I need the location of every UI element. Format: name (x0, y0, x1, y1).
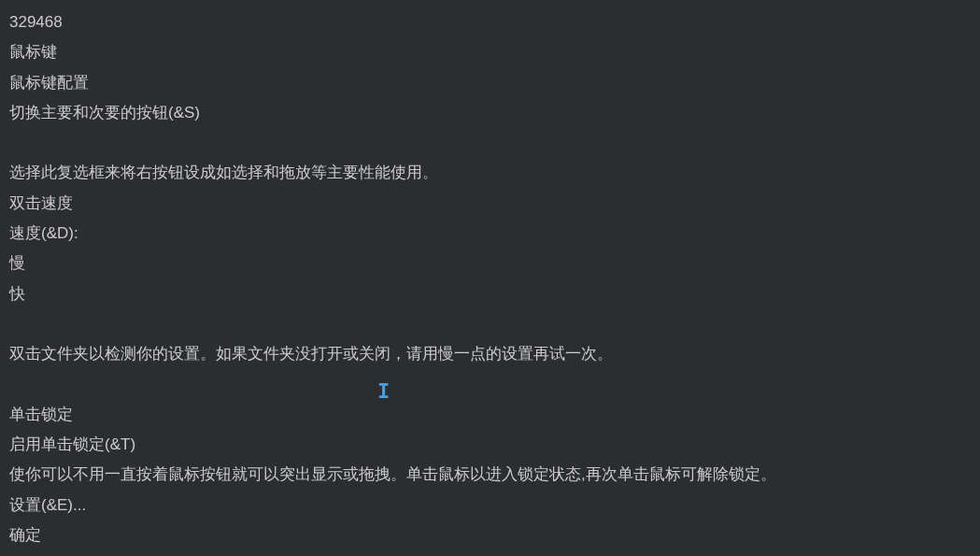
speed-label: 速度(&D): (9, 219, 971, 249)
title-number: 329468 (9, 7, 971, 37)
speed-fast-label: 快 (9, 279, 971, 309)
ok-button[interactable]: 确定 (9, 520, 971, 550)
switch-buttons-checkbox-label[interactable]: 切换主要和次要的按钮(&S) (9, 98, 971, 128)
double-click-test-description: 双击文件夹以检测你的设置。如果文件夹没打开或关闭，请用慢一点的设置再试一次。 (9, 339, 971, 369)
text-cursor-icon: I (377, 372, 380, 392)
double-click-speed-section: 双击速度 (9, 189, 971, 219)
enable-click-lock-checkbox-label[interactable]: 启用单击锁定(&T) (9, 430, 971, 460)
switch-buttons-description: 选择此复选框来将右按钮设成如选择和拖放等主要性能使用。 (9, 158, 971, 188)
speed-slow-label: 慢 (9, 249, 971, 278)
section-mouse-keys: 鼠标键 (9, 37, 971, 67)
click-lock-description: 使你可以不用一直按着鼠标按钮就可以突出显示或拖拽。单击鼠标以进入锁定状态,再次单… (9, 460, 971, 490)
click-lock-section: 单击锁定 (9, 400, 971, 430)
blank-line (9, 370, 971, 400)
blank-line (9, 128, 971, 158)
settings-button[interactable]: 设置(&E)... (9, 491, 971, 520)
section-mouse-keys-config: 鼠标键配置 (9, 68, 971, 98)
blank-line (9, 309, 971, 339)
